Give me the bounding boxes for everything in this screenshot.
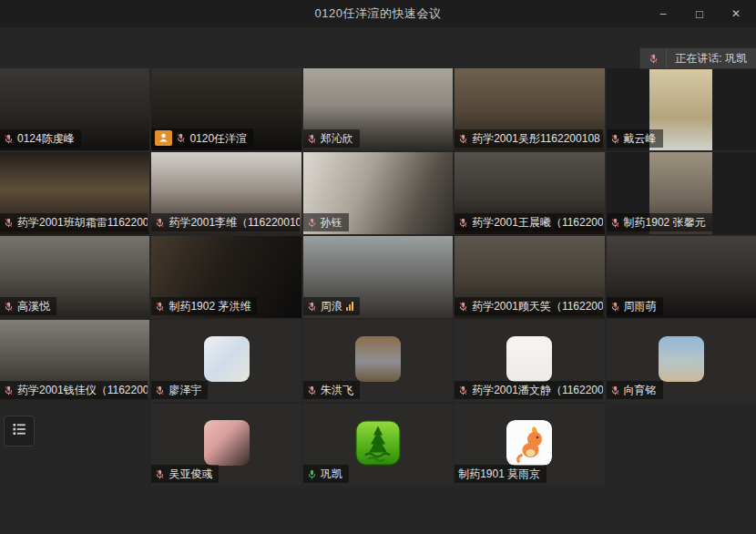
participant-tile[interactable]: 0120任洋渲 bbox=[151, 68, 301, 150]
participant-name: 药学2001李维（1162200109... bbox=[169, 215, 299, 230]
mic-muted-icon bbox=[4, 217, 14, 229]
participant-name-label: 药学2001潘文静（11622001... bbox=[455, 381, 602, 399]
participant-tile[interactable]: 制药1901 莫雨京 bbox=[455, 404, 604, 486]
mic-muted-icon bbox=[155, 468, 165, 480]
network-signal-icon bbox=[346, 302, 353, 311]
participant-tile[interactable]: 0124陈虔峰 bbox=[0, 68, 149, 150]
participant-name: 药学2001钱佳仪（11622001... bbox=[17, 383, 148, 397]
host-badge-icon bbox=[155, 130, 172, 146]
member-list-button[interactable] bbox=[4, 416, 35, 447]
participant-tile[interactable]: 药学2001李维（1162200109... bbox=[151, 152, 301, 234]
participant-name-label: 药学2001钱佳仪（11622001... bbox=[0, 381, 148, 399]
mic-muted-icon bbox=[610, 217, 620, 229]
participant-name-label: 郑沁欣 bbox=[303, 129, 360, 148]
mic-muted-icon bbox=[176, 132, 186, 144]
participant-tile[interactable]: 药学2001班胡霜雷11622001... bbox=[0, 152, 149, 234]
mic-muted-icon bbox=[4, 301, 14, 313]
mic-active-icon bbox=[307, 468, 317, 480]
participant-name: 药学2001班胡霜雷11622001... bbox=[17, 215, 148, 230]
speaking-indicator: 正在讲话: 巩凯 bbox=[639, 47, 756, 69]
minimize-button[interactable]: – bbox=[645, 0, 681, 27]
participant-name-label: 药学2001顾天笑（11622001... bbox=[455, 297, 602, 315]
mic-muted-icon bbox=[610, 133, 620, 145]
participant-name-label: 0120任洋渲 bbox=[151, 128, 253, 148]
participant-name-label: 药学2001班胡霜雷11622001... bbox=[0, 213, 148, 231]
mic-muted-icon bbox=[155, 217, 165, 229]
participant-tile[interactable]: 高溪悦 bbox=[0, 236, 149, 318]
participant-tile[interactable]: 药学2001吴彤1162200108 bbox=[455, 68, 604, 150]
meeting-title: 0120任洋渲的快速会议 bbox=[0, 5, 756, 22]
participant-name: 朱洪飞 bbox=[321, 383, 353, 397]
avatar bbox=[204, 336, 250, 382]
close-button[interactable]: ✕ bbox=[718, 0, 754, 27]
participant-name: 周浪 bbox=[321, 299, 342, 313]
participant-name: 制药1902 张馨元 bbox=[624, 215, 706, 230]
avatar bbox=[506, 336, 552, 382]
participant-tile[interactable]: 孙钰 bbox=[303, 152, 453, 234]
participant-name-label: 周浪 bbox=[303, 297, 360, 315]
participant-name: 药学2001潘文静（11622001... bbox=[472, 383, 602, 397]
participant-name-label: 廖泽宇 bbox=[151, 381, 208, 399]
participant-name: 制药1902 茅洪维 bbox=[169, 299, 250, 313]
participant-name-label: 制药1902 茅洪维 bbox=[151, 297, 257, 315]
participant-name-label: 向育铭 bbox=[607, 381, 663, 399]
participant-name-label: 制药1901 莫雨京 bbox=[455, 465, 547, 483]
participant-tile[interactable]: 向育铭 bbox=[607, 320, 756, 402]
participant-name-label: 孙钰 bbox=[303, 213, 349, 231]
participant-name: 向育铭 bbox=[624, 383, 657, 397]
participant-tile[interactable]: 药学2001顾天笑（11622001... bbox=[455, 236, 604, 318]
participant-name: 药学2001吴彤1162200108 bbox=[472, 131, 600, 146]
participant-name-label: 药学2001吴彤1162200108 bbox=[455, 129, 602, 148]
participant-name: 高溪悦 bbox=[17, 299, 50, 313]
mic-muted-icon bbox=[307, 301, 317, 313]
mic-muted-icon bbox=[307, 217, 317, 229]
participant-tile[interactable]: 周浪 bbox=[303, 236, 453, 318]
participant-tile[interactable]: 戴云峰 bbox=[607, 68, 756, 150]
participant-name: 药学2001王晨曦（11622001... bbox=[472, 215, 602, 230]
mic-muted-icon bbox=[155, 301, 165, 313]
participant-tile[interactable]: 巩凯 bbox=[303, 404, 453, 486]
participant-tile[interactable]: 廖泽宇 bbox=[151, 320, 301, 402]
mic-muted-icon bbox=[640, 48, 667, 68]
participant-name-label: 高溪悦 bbox=[0, 297, 56, 315]
mic-muted-icon bbox=[458, 217, 468, 229]
speaking-label: 正在讲话: 巩凯 bbox=[667, 51, 756, 67]
participant-tile[interactable]: 周雨萌 bbox=[607, 236, 756, 318]
participant-tile[interactable]: 制药1902 茅洪维 bbox=[151, 236, 301, 318]
mic-muted-icon bbox=[4, 385, 14, 396]
participant-name: 药学2001顾天笑（11622001... bbox=[472, 299, 602, 313]
participant-name: 0124陈虔峰 bbox=[17, 131, 75, 146]
avatar bbox=[355, 336, 401, 382]
mic-muted-icon bbox=[307, 385, 317, 396]
participant-name-label: 药学2001李维（1162200109... bbox=[151, 213, 299, 231]
mic-muted-icon bbox=[610, 385, 620, 396]
participant-name: 巩凯 bbox=[321, 467, 342, 481]
avatar bbox=[506, 420, 552, 466]
video-grid: 0124陈虔峰 0120任洋渲 郑沁欣 药学2001吴彤1162200108 bbox=[0, 68, 756, 486]
maximize-button[interactable]: □ bbox=[681, 0, 718, 27]
participant-name: 0120任洋渲 bbox=[189, 131, 247, 146]
participant-name-label: 周雨萌 bbox=[607, 297, 663, 315]
participant-tile[interactable]: 朱洪飞 bbox=[303, 320, 453, 402]
participant-name: 郑沁欣 bbox=[321, 131, 353, 146]
participant-name-label: 药学2001王晨曦（11622001... bbox=[455, 213, 602, 231]
participant-name-label: 巩凯 bbox=[303, 465, 349, 483]
mic-muted-icon bbox=[458, 301, 468, 313]
avatar bbox=[204, 420, 250, 466]
mic-muted-icon bbox=[307, 133, 317, 145]
participant-tile[interactable]: 药学2001钱佳仪（11622001... bbox=[0, 320, 149, 402]
participant-name-label: 戴云峰 bbox=[607, 129, 663, 148]
mic-muted-icon bbox=[155, 385, 165, 396]
participant-tile[interactable]: 制药1902 张馨元 bbox=[607, 152, 756, 234]
participant-tile[interactable]: 吴亚俊彧 bbox=[151, 404, 301, 486]
participant-tile[interactable]: 郑沁欣 bbox=[303, 68, 453, 150]
mic-muted-icon bbox=[458, 385, 468, 396]
participant-tile[interactable]: 药学2001潘文静（11622001... bbox=[455, 320, 604, 402]
participant-name: 戴云峰 bbox=[624, 131, 657, 146]
participant-name: 制药1901 莫雨京 bbox=[458, 467, 540, 481]
member-list-icon bbox=[11, 421, 27, 441]
meeting-window: { "window": { "title": "0120任洋渲的快速会议", "… bbox=[0, 0, 756, 534]
mic-muted-icon bbox=[4, 133, 14, 145]
participant-tile[interactable]: 药学2001王晨曦（11622001... bbox=[455, 152, 604, 234]
mic-muted-icon bbox=[610, 301, 620, 313]
